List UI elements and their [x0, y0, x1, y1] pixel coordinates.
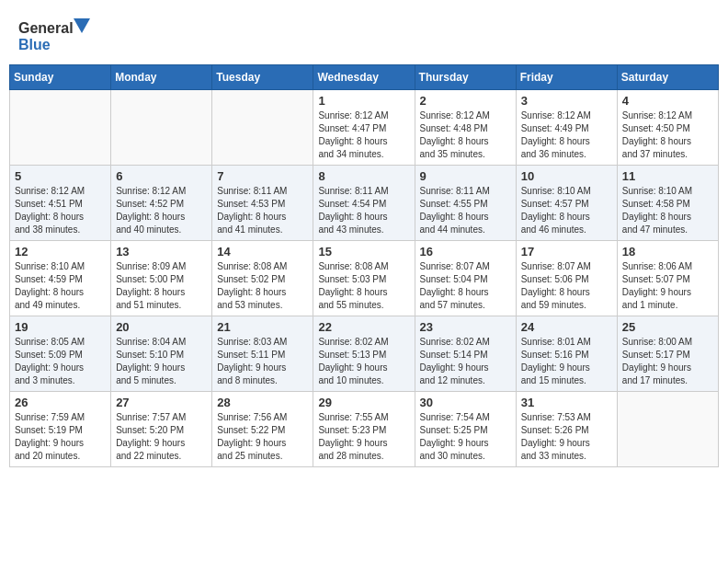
- calendar-day-cell: 20Sunrise: 8:04 AM Sunset: 5:10 PM Dayli…: [111, 316, 212, 392]
- calendar-empty-cell: [212, 90, 313, 166]
- day-number: 24: [521, 320, 612, 334]
- day-info: Sunrise: 7:57 AM Sunset: 5:20 PM Dayligh…: [116, 411, 207, 463]
- day-number: 17: [521, 245, 612, 259]
- page-header: GeneralBlue: [9, 9, 719, 61]
- day-number: 2: [420, 94, 511, 108]
- calendar-week-row: 1Sunrise: 8:12 AM Sunset: 4:47 PM Daylig…: [10, 90, 719, 166]
- day-info: Sunrise: 8:07 AM Sunset: 5:06 PM Dayligh…: [521, 260, 612, 312]
- day-info: Sunrise: 7:55 AM Sunset: 5:23 PM Dayligh…: [318, 411, 409, 463]
- day-number: 21: [217, 320, 308, 334]
- day-number: 6: [116, 169, 207, 183]
- day-info: Sunrise: 8:10 AM Sunset: 4:58 PM Dayligh…: [622, 185, 713, 236]
- day-number: 8: [318, 169, 409, 183]
- day-info: Sunrise: 7:59 AM Sunset: 5:19 PM Dayligh…: [15, 411, 106, 463]
- day-info: Sunrise: 8:11 AM Sunset: 4:54 PM Dayligh…: [318, 185, 409, 236]
- col-header-monday: Monday: [111, 65, 212, 90]
- day-number: 22: [318, 320, 409, 334]
- col-header-friday: Friday: [516, 65, 617, 90]
- day-info: Sunrise: 7:56 AM Sunset: 5:22 PM Dayligh…: [217, 411, 308, 463]
- calendar-day-cell: 28Sunrise: 7:56 AM Sunset: 5:22 PM Dayli…: [212, 392, 313, 467]
- day-number: 1: [318, 94, 409, 108]
- day-number: 26: [15, 396, 106, 409]
- calendar-week-row: 12Sunrise: 8:10 AM Sunset: 4:59 PM Dayli…: [10, 241, 719, 316]
- calendar-day-cell: 6Sunrise: 8:12 AM Sunset: 4:52 PM Daylig…: [111, 166, 212, 241]
- day-info: Sunrise: 8:02 AM Sunset: 5:14 PM Dayligh…: [420, 336, 511, 387]
- day-info: Sunrise: 8:08 AM Sunset: 5:03 PM Dayligh…: [318, 260, 409, 312]
- calendar-day-cell: 10Sunrise: 8:10 AM Sunset: 4:57 PM Dayli…: [516, 166, 617, 241]
- svg-text:Blue: Blue: [18, 37, 51, 52]
- calendar-day-cell: 31Sunrise: 7:53 AM Sunset: 5:26 PM Dayli…: [516, 392, 617, 467]
- day-number: 13: [116, 245, 207, 259]
- day-info: Sunrise: 8:06 AM Sunset: 5:07 PM Dayligh…: [622, 260, 713, 312]
- svg-text:General: General: [18, 20, 74, 36]
- calendar-day-cell: 15Sunrise: 8:08 AM Sunset: 5:03 PM Dayli…: [313, 241, 415, 316]
- calendar-day-cell: 26Sunrise: 7:59 AM Sunset: 5:19 PM Dayli…: [10, 392, 111, 467]
- calendar-day-cell: 27Sunrise: 7:57 AM Sunset: 5:20 PM Dayli…: [111, 392, 212, 467]
- calendar-day-cell: 4Sunrise: 8:12 AM Sunset: 4:50 PM Daylig…: [617, 90, 718, 166]
- svg-marker-2: [74, 18, 90, 33]
- day-info: Sunrise: 8:09 AM Sunset: 5:00 PM Dayligh…: [116, 260, 207, 312]
- day-info: Sunrise: 7:54 AM Sunset: 5:25 PM Dayligh…: [420, 411, 511, 463]
- day-info: Sunrise: 8:12 AM Sunset: 4:47 PM Dayligh…: [318, 109, 409, 161]
- calendar-day-cell: 5Sunrise: 8:12 AM Sunset: 4:51 PM Daylig…: [10, 166, 111, 241]
- calendar-day-cell: 25Sunrise: 8:00 AM Sunset: 5:17 PM Dayli…: [617, 316, 718, 392]
- calendar-header-row: SundayMondayTuesdayWednesdayThursdayFrid…: [10, 65, 719, 90]
- calendar-day-cell: 24Sunrise: 8:01 AM Sunset: 5:16 PM Dayli…: [516, 316, 617, 392]
- col-header-wednesday: Wednesday: [313, 65, 415, 90]
- day-info: Sunrise: 7:53 AM Sunset: 5:26 PM Dayligh…: [521, 411, 612, 463]
- day-info: Sunrise: 8:12 AM Sunset: 4:49 PM Dayligh…: [521, 109, 612, 161]
- day-info: Sunrise: 8:08 AM Sunset: 5:02 PM Dayligh…: [217, 260, 308, 312]
- day-number: 18: [622, 245, 713, 259]
- day-number: 12: [15, 245, 106, 259]
- calendar-day-cell: 29Sunrise: 7:55 AM Sunset: 5:23 PM Dayli…: [313, 392, 415, 467]
- calendar-day-cell: 9Sunrise: 8:11 AM Sunset: 4:55 PM Daylig…: [415, 166, 516, 241]
- calendar-week-row: 19Sunrise: 8:05 AM Sunset: 5:09 PM Dayli…: [10, 316, 719, 392]
- day-info: Sunrise: 8:07 AM Sunset: 5:04 PM Dayligh…: [420, 260, 511, 312]
- day-number: 27: [116, 396, 207, 409]
- day-number: 23: [420, 320, 511, 334]
- calendar-empty-cell: [617, 392, 718, 467]
- calendar-day-cell: 14Sunrise: 8:08 AM Sunset: 5:02 PM Dayli…: [212, 241, 313, 316]
- calendar-day-cell: 3Sunrise: 8:12 AM Sunset: 4:49 PM Daylig…: [516, 90, 617, 166]
- day-number: 9: [420, 169, 511, 183]
- calendar-table: SundayMondayTuesdayWednesdayThursdayFrid…: [9, 64, 719, 467]
- day-number: 16: [420, 245, 511, 259]
- day-number: 4: [622, 94, 713, 108]
- calendar-empty-cell: [10, 90, 111, 166]
- day-info: Sunrise: 8:12 AM Sunset: 4:52 PM Dayligh…: [116, 185, 207, 236]
- day-info: Sunrise: 8:10 AM Sunset: 4:57 PM Dayligh…: [521, 185, 612, 236]
- day-info: Sunrise: 8:11 AM Sunset: 4:55 PM Dayligh…: [420, 185, 511, 236]
- day-info: Sunrise: 8:11 AM Sunset: 4:53 PM Dayligh…: [217, 185, 308, 236]
- day-number: 14: [217, 245, 308, 259]
- day-info: Sunrise: 8:03 AM Sunset: 5:11 PM Dayligh…: [217, 336, 308, 387]
- calendar-day-cell: 30Sunrise: 7:54 AM Sunset: 5:25 PM Dayli…: [415, 392, 516, 467]
- day-number: 31: [521, 396, 612, 409]
- day-number: 19: [15, 320, 106, 334]
- day-info: Sunrise: 8:02 AM Sunset: 5:13 PM Dayligh…: [318, 336, 409, 387]
- calendar-day-cell: 13Sunrise: 8:09 AM Sunset: 5:00 PM Dayli…: [111, 241, 212, 316]
- day-info: Sunrise: 8:12 AM Sunset: 4:48 PM Dayligh…: [420, 109, 511, 161]
- day-number: 20: [116, 320, 207, 334]
- calendar-day-cell: 18Sunrise: 8:06 AM Sunset: 5:07 PM Dayli…: [617, 241, 718, 316]
- day-number: 7: [217, 169, 308, 183]
- day-number: 25: [622, 320, 713, 334]
- calendar-day-cell: 19Sunrise: 8:05 AM Sunset: 5:09 PM Dayli…: [10, 316, 111, 392]
- calendar-day-cell: 12Sunrise: 8:10 AM Sunset: 4:59 PM Dayli…: [10, 241, 111, 316]
- day-number: 11: [622, 169, 713, 183]
- day-info: Sunrise: 8:05 AM Sunset: 5:09 PM Dayligh…: [15, 336, 106, 387]
- day-info: Sunrise: 8:10 AM Sunset: 4:59 PM Dayligh…: [15, 260, 106, 312]
- calendar-day-cell: 21Sunrise: 8:03 AM Sunset: 5:11 PM Dayli…: [212, 316, 313, 392]
- day-info: Sunrise: 8:04 AM Sunset: 5:10 PM Dayligh…: [116, 336, 207, 387]
- day-number: 10: [521, 169, 612, 183]
- day-info: Sunrise: 8:01 AM Sunset: 5:16 PM Dayligh…: [521, 336, 612, 387]
- col-header-saturday: Saturday: [617, 65, 718, 90]
- day-number: 3: [521, 94, 612, 108]
- col-header-tuesday: Tuesday: [212, 65, 313, 90]
- calendar-day-cell: 2Sunrise: 8:12 AM Sunset: 4:48 PM Daylig…: [415, 90, 516, 166]
- col-header-thursday: Thursday: [415, 65, 516, 90]
- col-header-sunday: Sunday: [10, 65, 111, 90]
- calendar-day-cell: 11Sunrise: 8:10 AM Sunset: 4:58 PM Dayli…: [617, 166, 718, 241]
- calendar-day-cell: 23Sunrise: 8:02 AM Sunset: 5:14 PM Dayli…: [415, 316, 516, 392]
- day-info: Sunrise: 8:12 AM Sunset: 4:50 PM Dayligh…: [622, 109, 713, 161]
- logo: GeneralBlue: [18, 17, 92, 55]
